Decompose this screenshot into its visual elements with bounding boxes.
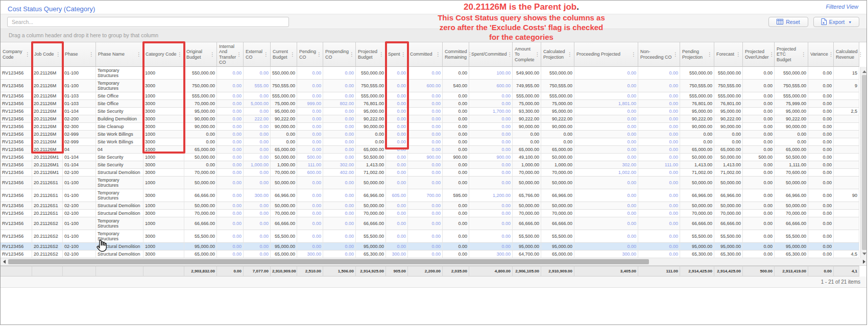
cell-prepending-co[interactable]: 0.00 xyxy=(323,154,356,161)
table-row[interactable]: RV12345620.21126M02-200Building Demoliti… xyxy=(1,115,859,123)
cell-spent-committed[interactable]: 1,200.00 xyxy=(469,189,513,202)
column-menu-icon[interactable]: ⋮ xyxy=(400,52,406,57)
cell-spent-committed[interactable]: 0.00 xyxy=(469,243,513,250)
cell-internal-and-transfer-co[interactable]: 0.00 xyxy=(217,189,244,202)
cell-spent[interactable]: 0.00 xyxy=(386,115,408,123)
cell-prepending-co[interactable]: 402.00 xyxy=(323,169,356,177)
cell-committed[interactable]: 0.00 xyxy=(408,210,443,217)
cell-prepending-co[interactable]: 0.00 xyxy=(323,131,356,138)
cell-spent[interactable]: 0.00 xyxy=(386,217,408,230)
cell-prepending-co[interactable]: 0.00 xyxy=(323,108,356,115)
cell-non-proceeding-co[interactable]: 0.00 xyxy=(638,67,680,80)
column-menu-icon[interactable]: ⋮ xyxy=(567,52,573,57)
cell-committed[interactable]: 0.00 xyxy=(408,202,443,210)
cell-spent-committed[interactable]: 0.00 xyxy=(469,177,513,189)
cell-pending-co[interactable]: 600.00 xyxy=(297,169,323,177)
cell-spent[interactable]: 0.00 xyxy=(386,100,408,108)
cell-prepending-co[interactable]: 0.00 xyxy=(323,92,356,100)
cell-proceeding-projected[interactable]: 300.00 xyxy=(574,250,638,258)
cell-spent-committed[interactable]: 0.00 xyxy=(469,169,513,177)
cell-spent[interactable]: 0.00 xyxy=(386,131,408,138)
column-menu-icon[interactable]: ⋮ xyxy=(707,52,713,57)
column-menu-icon[interactable]: ⋮ xyxy=(858,52,864,57)
column-menu-icon[interactable]: ⋮ xyxy=(263,52,269,57)
column-header-projected-budget[interactable]: Projected Budget⋮ xyxy=(356,42,386,67)
cell-non-proceeding-co[interactable]: 0.00 xyxy=(638,115,680,123)
cell-committed[interactable]: 0.00 xyxy=(408,250,443,258)
column-header-external-co[interactable]: External CO⋮ xyxy=(244,42,271,67)
column-menu-icon[interactable]: ⋮ xyxy=(136,52,142,57)
cell-internal-and-transfer-co[interactable]: 0.00 xyxy=(217,67,244,80)
cell-prepending-co[interactable]: 0.00 xyxy=(323,210,356,217)
cell-spent[interactable]: 0.00 xyxy=(386,67,408,80)
cell-spent-committed[interactable]: 600.00 xyxy=(469,80,513,92)
cell-proceeding-projected[interactable]: 0.00 xyxy=(574,177,638,189)
cell-proceeding-projected[interactable]: 1,801.00 xyxy=(574,100,638,108)
cell-non-proceeding-co[interactable]: 0.00 xyxy=(638,100,680,108)
column-header-category-code[interactable]: Category Code⋮ xyxy=(143,42,184,67)
cell-prepending-co[interactable]: 0.00 xyxy=(323,146,356,154)
table-row[interactable]: RV12345620.21126S201-100Temporary Struct… xyxy=(1,217,859,230)
cell-committed[interactable]: 900.00 xyxy=(408,154,443,161)
cell-prepending-co[interactable]: 0.00 xyxy=(323,202,356,210)
cell-prepending-co[interactable]: 0.00 xyxy=(323,250,356,258)
cell-non-proceeding-co[interactable]: 0.00 xyxy=(638,202,680,210)
table-row[interactable]: RV12345620.21126S202-100Structural Demol… xyxy=(1,243,859,250)
cell-external-co[interactable]: 555.00 xyxy=(244,80,271,92)
cell-external-co[interactable]: 5,000.00 xyxy=(244,100,271,108)
scroll-left-arrow-icon[interactable] xyxy=(1,258,8,265)
column-header-original-budget[interactable]: Original Budget⋮ xyxy=(184,42,217,67)
cell-prepending-co[interactable]: 0.00 xyxy=(323,189,356,202)
scroll-right-arrow-icon[interactable] xyxy=(860,258,867,265)
cell-spent-committed[interactable]: 0.00 xyxy=(469,230,513,243)
column-header-current-budget[interactable]: Current Budget⋮ xyxy=(271,42,297,67)
cell-non-proceeding-co[interactable]: 0.00 xyxy=(638,138,680,146)
cell-internal-and-transfer-co[interactable]: 0.00 xyxy=(217,138,244,146)
column-header-calculated-projection[interactable]: Calculated Projection⋮ xyxy=(541,42,574,67)
cell-internal-and-transfer-co[interactable]: 0.00 xyxy=(217,230,244,243)
cell-internal-and-transfer-co[interactable]: 0.00 xyxy=(217,154,244,161)
cell-spent-committed[interactable]: 0.00 xyxy=(469,210,513,217)
table-row[interactable]: RV12345620.21126M02-300Site Cleanup30009… xyxy=(1,123,859,131)
cell-spent-committed[interactable]: 0.00 xyxy=(469,217,513,230)
scroll-up-arrow-icon[interactable] xyxy=(861,68,867,75)
cell-spent[interactable]: 0.00 xyxy=(386,146,408,154)
cell-committed[interactable]: 0.00 xyxy=(408,67,443,80)
cell-internal-and-transfer-co[interactable]: 0.00 xyxy=(217,202,244,210)
cell-internal-and-transfer-co[interactable]: 0.00 xyxy=(217,169,244,177)
cell-pending-co[interactable]: 0.00 xyxy=(297,108,323,115)
cell-spent[interactable]: 0.00 xyxy=(386,92,408,100)
cell-non-proceeding-co[interactable]: 0.00 xyxy=(638,123,680,131)
cell-internal-and-transfer-co[interactable]: 0.00 xyxy=(217,210,244,217)
cell-proceeding-projected[interactable]: 0.00 xyxy=(574,80,638,92)
column-menu-icon[interactable]: ⋮ xyxy=(349,52,355,57)
column-header-job-code[interactable]: Job Code⋮ xyxy=(32,42,63,67)
cell-internal-and-transfer-co[interactable]: 0.00 xyxy=(217,161,244,169)
cell-proceeding-projected[interactable]: 0.00 xyxy=(574,131,638,138)
cell-pending-co[interactable]: 0.00 xyxy=(297,217,323,230)
cell-proceeding-projected[interactable]: 0.00 xyxy=(574,230,638,243)
cell-spent[interactable]: 300.00 xyxy=(386,250,408,258)
column-header-variance[interactable]: Variance⋮ xyxy=(808,42,834,67)
column-menu-icon[interactable]: ⋮ xyxy=(55,52,61,57)
cell-internal-and-transfer-co[interactable]: 0.00 xyxy=(217,92,244,100)
cell-spent-committed[interactable]: 0.00 xyxy=(469,161,513,169)
cell-committed[interactable]: 0.00 xyxy=(408,243,443,250)
cell-committed[interactable]: 0.00 xyxy=(408,177,443,189)
cell-proceeding-projected[interactable]: 1,002.00 xyxy=(574,169,638,177)
column-menu-icon[interactable]: ⋮ xyxy=(435,52,441,57)
column-header-proceeding-projected[interactable]: Proceeding Projected⋮ xyxy=(574,42,638,67)
cell-spent[interactable]: 0.00 xyxy=(386,210,408,217)
cell-external-co[interactable]: 0.00 xyxy=(244,138,271,146)
scroll-down-arrow-icon[interactable] xyxy=(861,250,867,257)
cell-prepending-co[interactable]: 0.00 xyxy=(323,243,356,250)
cell-external-co[interactable]: 300.00 xyxy=(244,189,271,202)
table-row[interactable]: RV12345620.21126S102-100Structural Demol… xyxy=(1,210,859,217)
cell-committed[interactable]: 0.00 xyxy=(408,169,443,177)
cell-pending-co[interactable]: 500.00 xyxy=(297,154,323,161)
cell-proceeding-projected[interactable]: 0.00 xyxy=(574,154,638,161)
cell-internal-and-transfer-co[interactable]: 0.00 xyxy=(217,115,244,123)
cell-spent-committed[interactable]: 0.00 xyxy=(469,115,513,123)
group-by-bar[interactable]: Drag a column header and drop it here to… xyxy=(1,29,866,42)
column-header-phase-name[interactable]: Phase Name⋮ xyxy=(96,42,143,67)
